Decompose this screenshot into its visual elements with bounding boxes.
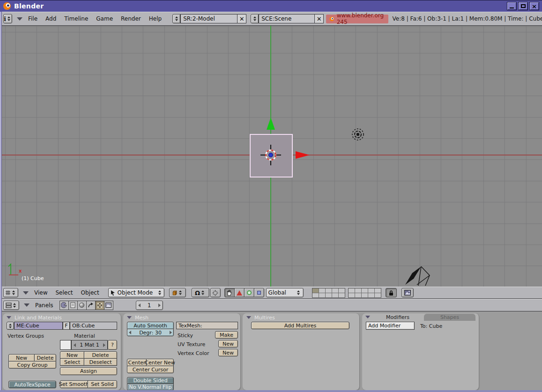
copy-group-button[interactable]: Copy Group	[8, 361, 56, 369]
menu-add[interactable]: Add	[45, 15, 56, 22]
fake-user-button[interactable]: F	[63, 322, 70, 330]
layer-button[interactable]	[355, 288, 361, 293]
object-name-field[interactable]: OB:Cube	[70, 322, 117, 330]
material-help-button[interactable]: ?	[108, 340, 117, 350]
auto-smooth-toggle[interactable]: Auto Smooth	[127, 322, 174, 329]
widget-x-arrow-icon[interactable]	[296, 151, 310, 159]
screen-name-field[interactable]: SR:2-Model	[180, 14, 238, 23]
manipulator-center-button[interactable]	[210, 288, 221, 297]
header-collapse-icon[interactable]	[23, 291, 29, 295]
decrement-icon[interactable]	[74, 343, 76, 347]
autotexspace-toggle[interactable]: AutoTexSpace	[8, 381, 56, 388]
menu-select[interactable]: Select	[55, 289, 73, 296]
center-button[interactable]: Center	[127, 359, 147, 366]
hand-tool-button[interactable]	[224, 288, 235, 297]
tab-modifiers[interactable]: Modifiers	[372, 314, 423, 321]
center-new-button[interactable]: Center New	[146, 359, 174, 366]
decrement-icon[interactable]	[129, 331, 131, 334]
sticky-make-button[interactable]: Make	[215, 331, 238, 339]
layer-button[interactable]	[312, 288, 319, 293]
menu-help[interactable]: Help	[149, 15, 162, 22]
panel-collapse-icon[interactable]	[7, 316, 11, 319]
layer-button[interactable]	[339, 293, 345, 297]
header-collapse-icon[interactable]	[24, 303, 30, 307]
increment-icon[interactable]	[103, 343, 105, 347]
menu-timeline[interactable]: Timeline	[64, 15, 88, 22]
vgroup-new-button[interactable]: New	[8, 354, 35, 362]
no-vnormal-flip-toggle[interactable]: No V.Normal Flip	[127, 384, 174, 391]
degr-number-field[interactable]: Degr: 30	[127, 329, 174, 336]
pivot-dropdown[interactable]: Ω	[192, 288, 209, 297]
draw-type-dropdown[interactable]	[169, 288, 186, 297]
assign-button[interactable]: Assign	[60, 367, 117, 375]
menu-view[interactable]: View	[34, 289, 47, 296]
menu-file[interactable]: File	[28, 15, 37, 22]
increment-icon[interactable]	[158, 303, 161, 307]
layer-button[interactable]	[375, 288, 381, 293]
texmesh-field[interactable]: TexMesh:	[176, 322, 238, 329]
menu-game[interactable]: Game	[96, 15, 113, 22]
layer-button[interactable]	[332, 288, 338, 293]
scene-context-button[interactable]	[104, 301, 113, 310]
layer-button[interactable]	[312, 293, 319, 297]
material-number-field[interactable]: 1 Mat 1	[71, 340, 108, 350]
blender-org-badge[interactable]: www.blender.org 245	[326, 15, 388, 23]
layer-button[interactable]	[332, 293, 338, 297]
material-new-button[interactable]: New	[60, 351, 84, 359]
increment-icon[interactable]	[170, 331, 172, 334]
layer-button[interactable]	[349, 288, 355, 293]
center-cursor-button[interactable]: Center Cursor	[127, 366, 174, 373]
menu-render[interactable]: Render	[121, 15, 141, 22]
window-type-button[interactable]	[3, 288, 18, 297]
decrement-icon[interactable]	[138, 303, 141, 307]
add-multires-button[interactable]: Add Multires	[251, 322, 349, 329]
screen-delete-button[interactable]: ✕	[238, 14, 246, 23]
add-modifier-button[interactable]: Add Modifier	[366, 322, 415, 330]
double-sided-toggle[interactable]: Double Sided	[127, 377, 174, 384]
logic-context-button[interactable]	[59, 301, 69, 310]
layer-button[interactable]	[355, 293, 361, 297]
window-type-button[interactable]	[3, 301, 19, 310]
panels-menu[interactable]: Panels	[35, 302, 53, 309]
header-collapse-icon[interactable]	[17, 17, 22, 21]
layer-button[interactable]	[362, 288, 368, 293]
orientation-dropdown[interactable]: Global	[266, 288, 304, 297]
set-smooth-button[interactable]: Set Smooth	[60, 380, 88, 388]
set-solid-button[interactable]: Set Solid	[88, 380, 117, 388]
scene-delete-button[interactable]: ✕	[315, 14, 324, 23]
lock-layers-button[interactable]	[386, 288, 397, 297]
widget-z-arrow-icon[interactable]	[267, 118, 275, 130]
minimize-button[interactable]	[507, 2, 517, 10]
buttons-workspace[interactable]: Link and Materials ME:Cube F OB:Cube Ver…	[0, 311, 542, 392]
layer-button[interactable]	[375, 293, 381, 297]
editing-context-button[interactable]	[95, 301, 104, 310]
lamp-object[interactable]	[351, 127, 365, 141]
select-button[interactable]: Select	[60, 358, 84, 366]
tab-shapes[interactable]: Shapes	[424, 314, 475, 321]
vcol-new-button[interactable]: New	[218, 349, 238, 356]
shading-context-button[interactable]	[77, 301, 87, 310]
render-preview-button[interactable]	[401, 288, 414, 297]
rotate-manipulator-button[interactable]	[244, 288, 254, 297]
frame-number-field[interactable]: 1	[136, 301, 163, 310]
screen-browse-button[interactable]	[172, 14, 180, 23]
material-delete-button[interactable]: Delete	[84, 351, 117, 359]
panel-collapse-icon[interactable]	[365, 316, 370, 318]
layer-button[interactable]	[326, 288, 332, 293]
object-context-button[interactable]	[86, 301, 96, 310]
maximize-button[interactable]	[518, 2, 528, 10]
translate-manipulator-button[interactable]	[234, 288, 245, 297]
material-color-swatch[interactable]	[60, 340, 71, 350]
panel-collapse-icon[interactable]	[246, 316, 251, 319]
layer-button[interactable]	[319, 293, 325, 297]
scale-manipulator-button[interactable]	[254, 288, 264, 297]
scene-browse-button[interactable]	[251, 14, 259, 23]
layer-button[interactable]	[362, 293, 368, 297]
script-context-button[interactable]	[68, 301, 78, 310]
vgroup-delete-button[interactable]: Delete	[34, 354, 56, 362]
menu-object[interactable]: Object	[81, 289, 99, 296]
scene-name-field[interactable]: SCE:Scene	[259, 14, 315, 23]
layer-button[interactable]	[326, 293, 332, 297]
layer-button[interactable]	[368, 288, 374, 293]
layer-button[interactable]	[339, 288, 345, 293]
